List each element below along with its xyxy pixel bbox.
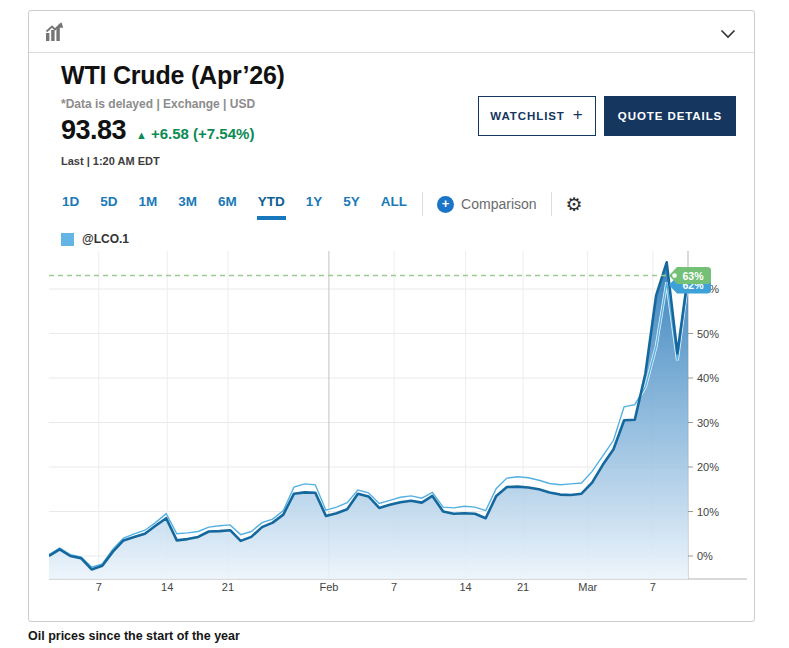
chart-legend[interactable]: @LCO.1 [61, 232, 129, 246]
range-tab-1m[interactable]: 1M [138, 188, 159, 220]
watchlist-button[interactable]: WATCHLIST + [478, 96, 596, 136]
range-tab-1y[interactable]: 1Y [305, 188, 324, 220]
range-tab-all[interactable]: ALL [380, 188, 408, 220]
svg-text:0%: 0% [697, 550, 713, 562]
range-toolbar: 1D5D1M3M6MYTD1Y5YALL + Comparison ⚙ [61, 187, 583, 221]
chart-caption: Oil prices since the start of the year [28, 629, 240, 643]
svg-text:Mar: Mar [578, 581, 597, 593]
instrument-title: WTI Crude (Apr’26) [61, 61, 285, 90]
svg-text:21: 21 [517, 581, 529, 593]
chevron-down-icon[interactable] [720, 25, 736, 43]
svg-text:14: 14 [459, 581, 471, 593]
quote-details-button[interactable]: QUOTE DETAILS [604, 96, 736, 136]
watchlist-label: WATCHLIST [490, 110, 565, 122]
range-tab-5d[interactable]: 5D [99, 188, 118, 220]
quote-widget: WTI Crude (Apr’26) *Data is delayed | Ex… [0, 0, 789, 648]
svg-text:7: 7 [650, 581, 656, 593]
legend-symbol: @LCO.1 [82, 232, 129, 246]
svg-text:30%: 30% [697, 417, 719, 429]
price-chart[interactable]: 0%10%20%30%40%50%60%62%63%71421Feb71421M… [49, 251, 749, 596]
svg-text:7: 7 [391, 581, 397, 593]
price-change: ▲+6.58 (+7.54%) [136, 125, 254, 142]
x-axis-labels: 71421Feb71421Mar7 [96, 581, 656, 593]
divider [551, 192, 552, 216]
quote-card: WTI Crude (Apr’26) *Data is delayed | Ex… [28, 10, 755, 622]
quote-details-label: QUOTE DETAILS [618, 110, 722, 122]
svg-text:63%: 63% [682, 270, 704, 282]
data-delay-meta: *Data is delayed | Exchange | USD [61, 97, 255, 111]
svg-text:14: 14 [161, 581, 173, 593]
widget-header-bar [29, 11, 754, 53]
comparison-label: Comparison [461, 196, 536, 212]
change-value: +6.58 (+7.54%) [151, 125, 254, 142]
price-row: 93.83 ▲+6.58 (+7.54%) [61, 115, 254, 146]
range-tab-5y[interactable]: 5Y [342, 188, 361, 220]
svg-text:20%: 20% [697, 461, 719, 473]
plus-icon: + [573, 105, 584, 125]
comparison-button[interactable]: + Comparison [437, 196, 536, 213]
last-timestamp: Last | 1:20 AM EDT [61, 155, 160, 167]
comparison-add-icon: + [437, 196, 454, 213]
range-tab-1d[interactable]: 1D [61, 188, 80, 220]
y-axis-labels: 0%10%20%30%40%50%60% [688, 283, 719, 562]
svg-text:10%: 10% [697, 506, 719, 518]
range-tab-6m[interactable]: 6M [217, 188, 238, 220]
last-price: 93.83 [61, 115, 126, 146]
range-tabs: 1D5D1M3M6MYTD1Y5YALL [61, 188, 408, 220]
range-tab-3m[interactable]: 3M [177, 188, 198, 220]
divider [422, 192, 423, 216]
chart-icon [44, 21, 66, 47]
svg-text:7: 7 [96, 581, 102, 593]
value-badge-main: 63% [669, 267, 711, 284]
svg-text:40%: 40% [697, 372, 719, 384]
svg-text:21: 21 [222, 581, 234, 593]
gear-icon[interactable]: ⚙ [566, 195, 583, 214]
svg-text:Feb: Feb [319, 581, 338, 593]
range-tab-ytd[interactable]: YTD [257, 188, 286, 220]
svg-text:50%: 50% [697, 328, 719, 340]
up-triangle-icon: ▲ [136, 129, 147, 141]
legend-swatch [61, 233, 74, 246]
